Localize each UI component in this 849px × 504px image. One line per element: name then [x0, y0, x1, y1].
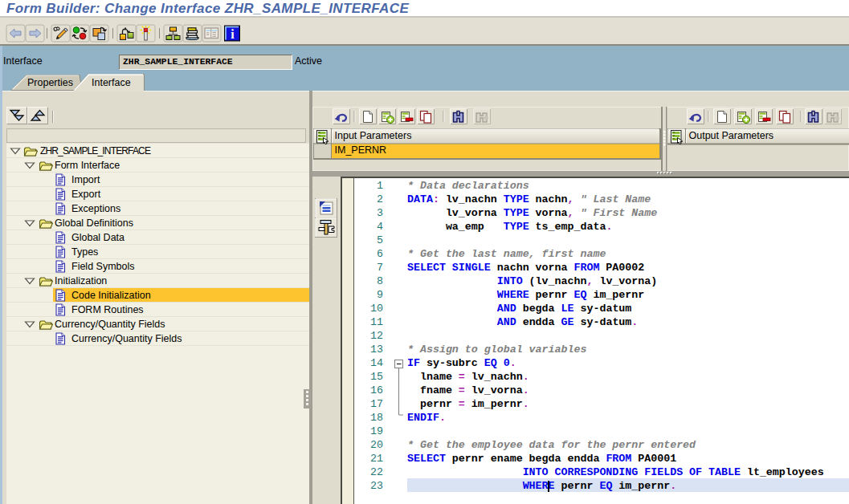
svg-text:Form Interface: Form Interface	[55, 160, 120, 171]
svg-text:Exceptions: Exceptions	[71, 203, 120, 214]
svg-text:Global Definitions: Global Definitions	[55, 217, 133, 229]
svg-text:IM_PERNR: IM_PERNR	[335, 144, 387, 156]
svg-text:i: i	[231, 27, 235, 41]
svg-text:Types: Types	[71, 246, 98, 258]
svg-text:ZHR_SAMPLE_INTERFACE: ZHR_SAMPLE_INTERFACE	[40, 145, 151, 156]
svg-text:Properties: Properties	[27, 77, 73, 88]
svg-text:Interface: Interface	[92, 77, 131, 88]
svg-text:Field Symbols: Field Symbols	[71, 261, 135, 272]
svg-text:Global Data: Global Data	[71, 232, 124, 243]
svg-text:FORM Routines: FORM Routines	[71, 304, 144, 315]
svg-text:Import: Import	[71, 174, 100, 185]
svg-text:Initialization: Initialization	[55, 275, 107, 287]
svg-text:Export: Export	[71, 189, 101, 200]
svg-text:Input Parameters: Input Parameters	[335, 130, 412, 141]
svg-text:Currency/Quantity Fields: Currency/Quantity Fields	[55, 319, 165, 330]
svg-text:Currency/Quantity Fields: Currency/Quantity Fields	[71, 333, 182, 344]
svg-text:Output Parameters: Output Parameters	[689, 130, 774, 141]
svg-text:Code Initialization: Code Initialization	[71, 290, 151, 301]
